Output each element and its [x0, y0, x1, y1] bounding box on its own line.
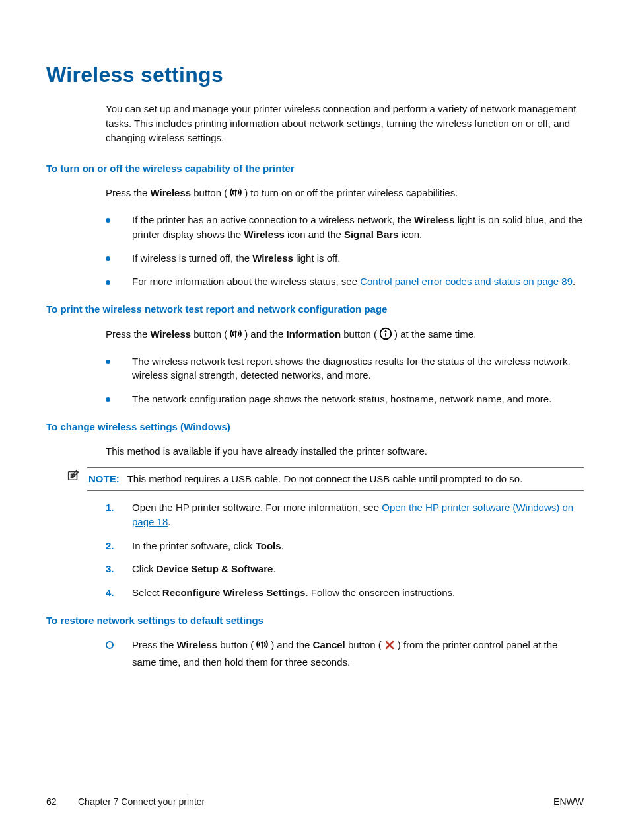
- list-item: Select Reconfigure Wireless Settings. Fo…: [106, 586, 584, 600]
- section-heading-print-report: To print the wireless network test repor…: [46, 302, 584, 317]
- page-number: 62: [46, 795, 66, 808]
- sec2-list: The wireless network test report shows t…: [106, 354, 584, 406]
- section-heading-restore-defaults: To restore network settings to default s…: [46, 613, 584, 628]
- sec2-lead: Press the Wireless button () and the Inf…: [106, 326, 584, 345]
- info-icon: [378, 326, 393, 345]
- list-item: For more information about the wireless …: [106, 274, 584, 289]
- locale-label: ENWW: [553, 795, 584, 808]
- list-item: The wireless network test report shows t…: [106, 354, 584, 383]
- page-footer: 62 Chapter 7 Connect your printer ENWW: [0, 795, 630, 808]
- page-title: Wireless settings: [46, 59, 584, 90]
- sec3-lead: This method is available if you have alr…: [106, 444, 584, 459]
- cancel-icon: [383, 638, 396, 656]
- sec4-list: Press the Wireless button () and the Can…: [106, 637, 584, 670]
- list-item: In the printer software, click Tools.: [106, 539, 584, 553]
- section-heading-change-settings: To change wireless settings (Windows): [46, 420, 584, 434]
- note-text: This method requires a USB cable. Do not…: [127, 473, 523, 484]
- wireless-icon: [228, 326, 243, 345]
- sec1-lead: Press the Wireless button () to turn on …: [106, 185, 584, 204]
- list-item: Click Device Setup & Software.: [106, 562, 584, 576]
- intro-paragraph: You can set up and manage your printer w…: [106, 102, 584, 145]
- list-item: Open the HP printer software. For more i…: [106, 500, 584, 529]
- sec3-steps: Open the HP printer software. For more i…: [106, 500, 584, 600]
- link-error-codes[interactable]: Control panel error codes and status on …: [360, 276, 573, 287]
- list-item: If the printer has an active connection …: [106, 213, 584, 242]
- list-item: If wireless is turned off, the Wireless …: [106, 251, 584, 266]
- section-heading-toggle-wireless: To turn on or off the wireless capabilit…: [46, 161, 584, 176]
- wireless-icon: [228, 185, 243, 204]
- note-callout: NOTE:This method requires a USB cable. D…: [66, 467, 584, 491]
- list-item: Press the Wireless button () and the Can…: [106, 637, 584, 670]
- sec1-list: If the printer has an active connection …: [106, 213, 584, 289]
- note-icon: [66, 468, 81, 486]
- note-label: NOTE:: [88, 473, 120, 484]
- list-item: The network configuration page shows the…: [106, 392, 584, 406]
- wireless-icon: [255, 637, 269, 656]
- chapter-label: Chapter 7 Connect your printer: [78, 795, 205, 808]
